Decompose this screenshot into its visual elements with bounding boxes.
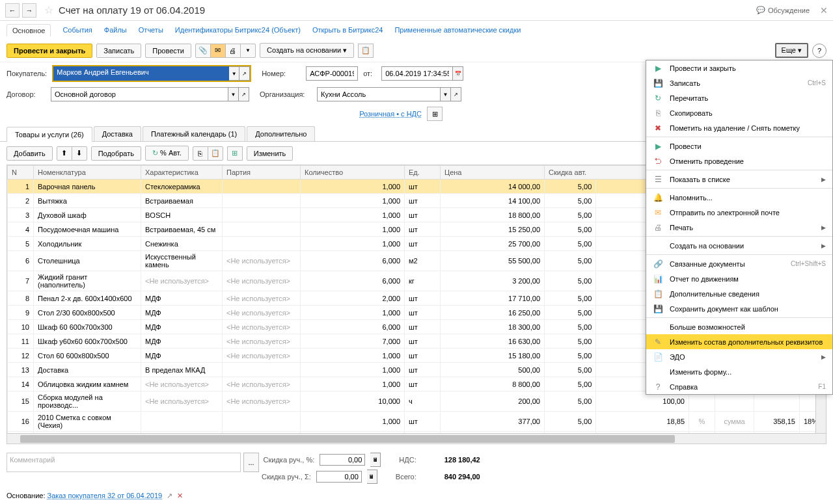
- help-button[interactable]: ?: [812, 44, 826, 58]
- menu-item[interactable]: 📄ЭДО▶: [646, 349, 832, 364]
- menu-item[interactable]: 💾Сохранить документ как шаблон: [646, 301, 832, 316]
- post-close-button[interactable]: Провести и закрыть: [7, 44, 92, 58]
- col-price[interactable]: Цена: [441, 166, 545, 179]
- link-reports[interactable]: Отчеты: [139, 26, 163, 34]
- menu-item[interactable]: ✉Отправить по электронной почте: [646, 205, 832, 220]
- col-char[interactable]: Характеристика: [141, 166, 223, 179]
- change-button[interactable]: Изменить: [247, 146, 294, 161]
- back-button[interactable]: ←: [5, 3, 20, 18]
- basis-clear-icon[interactable]: ✕: [177, 492, 183, 499]
- disc-pct-calc[interactable]: 🖩: [370, 453, 381, 467]
- mail-icon[interactable]: ✉: [210, 44, 226, 58]
- menu-item[interactable]: ↻Перечитать: [646, 90, 832, 105]
- copy-icon[interactable]: ⎘: [193, 146, 208, 161]
- more-button[interactable]: Еще ▾: [775, 43, 808, 58]
- template-icon[interactable]: 📋: [358, 44, 374, 58]
- menu-item[interactable]: ⎘Скопировать: [646, 105, 832, 120]
- link-files[interactable]: Файлы: [104, 26, 127, 34]
- menu-item[interactable]: ⮌Отменить проведение: [646, 153, 832, 168]
- paste-icon[interactable]: 📋: [208, 146, 223, 161]
- discuss-icon[interactable]: 💬: [756, 6, 765, 14]
- retail-link[interactable]: Розничная • с НДС: [359, 110, 422, 118]
- org-open[interactable]: ↗: [451, 87, 461, 101]
- number-field[interactable]: [306, 66, 358, 81]
- print-icon[interactable]: 🖨: [225, 44, 241, 58]
- attach-icon[interactable]: 📎: [195, 44, 211, 58]
- link-auto-disc[interactable]: Примененные автоматические скидки: [394, 26, 521, 34]
- more-menu: ▶Провести и закрыть💾ЗаписатьCtrl+S↻Переч…: [646, 60, 833, 395]
- menu-item[interactable]: 🔗Связанные документыCtrl+Shift+S: [646, 256, 832, 271]
- menu-item[interactable]: 🔔Напомнить...: [646, 190, 832, 205]
- date-picker-icon[interactable]: 📅: [453, 66, 463, 81]
- tab-payment[interactable]: Платежный календарь (1): [143, 126, 245, 141]
- move-up-icon[interactable]: ⬆: [57, 146, 72, 161]
- date-field[interactable]: [381, 66, 453, 81]
- menu-item[interactable]: ▶Провести и закрыть: [646, 60, 832, 75]
- contract-open[interactable]: ↗: [239, 87, 249, 101]
- menu-item[interactable]: ✖Пометить на удаление / Снять пометку: [646, 120, 832, 135]
- page-title: Счет на оплату 19 от 06.04.2019: [59, 5, 205, 16]
- menu-item[interactable]: ?СправкаF1: [646, 379, 832, 394]
- buyer-open[interactable]: ↗: [239, 66, 250, 81]
- basis-open-icon[interactable]: ↗: [167, 492, 172, 499]
- save-button[interactable]: Записать: [96, 44, 141, 58]
- vat-label: НДС:: [399, 456, 416, 464]
- menu-item[interactable]: 📋Дополнительные сведения: [646, 286, 832, 301]
- basis-label: Основание:: [7, 492, 45, 499]
- post-button[interactable]: Провести: [145, 44, 191, 58]
- disc-sum-label: Скидка руч., Σ:: [262, 473, 311, 481]
- menu-item[interactable]: 📊Отчет по движениям: [646, 271, 832, 286]
- link-bitrix-id[interactable]: Идентификаторы Битрикс24 (Объект): [175, 26, 301, 34]
- tab-goods[interactable]: Товары и услуги (26): [7, 127, 92, 142]
- grid-icon[interactable]: ⊞: [227, 146, 243, 161]
- contract-dd[interactable]: ▼: [228, 87, 239, 101]
- add-button[interactable]: Добавить: [7, 146, 53, 161]
- org-field[interactable]: [317, 87, 441, 101]
- link-bitrix-open[interactable]: Открыть в Битрикс24: [312, 26, 383, 34]
- tab-extra[interactable]: Дополнительно: [247, 126, 315, 141]
- print-dd[interactable]: ▼: [240, 44, 256, 58]
- star-icon[interactable]: ☆: [44, 4, 53, 16]
- tab-main[interactable]: Основное: [7, 24, 51, 36]
- col-qty[interactable]: Количество: [301, 166, 405, 179]
- menu-item[interactable]: ✎Изменить состав дополнительных реквизит…: [646, 334, 832, 349]
- hscrollbar[interactable]: [7, 433, 826, 444]
- forward-button[interactable]: →: [22, 3, 36, 18]
- vat-value: 128 180,42: [422, 456, 480, 464]
- retail-settings-icon[interactable]: ⊞: [427, 107, 443, 121]
- menu-item[interactable]: ▶Провести: [646, 139, 832, 153]
- comment-expand[interactable]: ...: [243, 453, 259, 472]
- comment-field[interactable]: Комментарий: [7, 453, 241, 472]
- menu-item[interactable]: 💾ЗаписатьCtrl+S: [646, 75, 832, 90]
- disc-sum-field[interactable]: [316, 471, 362, 483]
- pick-button[interactable]: Подобрать: [91, 146, 141, 161]
- buyer-dd[interactable]: ▼: [229, 66, 239, 81]
- menu-item[interactable]: Изменить форму...: [646, 364, 832, 379]
- col-n[interactable]: N: [8, 166, 34, 179]
- disc-pct-label: Скидка руч., %:: [264, 456, 315, 464]
- contract-field[interactable]: [51, 87, 228, 101]
- discuss-label[interactable]: Обсуждение: [768, 7, 810, 14]
- auto-disc-button[interactable]: ↻ % Авт.: [145, 146, 189, 161]
- buyer-field[interactable]: Марков Андрей Евгеньевич: [53, 66, 229, 81]
- link-events[interactable]: События: [62, 26, 92, 34]
- total-label: Всего:: [396, 473, 416, 481]
- menu-item[interactable]: ☰Показать в списке▶: [646, 172, 832, 187]
- disc-sum-calc[interactable]: 🖩: [367, 470, 377, 484]
- close-icon[interactable]: ✕: [820, 5, 828, 16]
- col-unit[interactable]: Ед.: [405, 166, 441, 179]
- number-label: Номер:: [262, 70, 301, 77]
- disc-pct-field[interactable]: [320, 454, 365, 466]
- col-nom[interactable]: Номенклатура: [34, 166, 141, 179]
- basis-link[interactable]: Заказ покупателя 32 от 06.04.2019: [48, 492, 163, 499]
- menu-item[interactable]: 🖨Печать▶: [646, 220, 832, 235]
- create-based-button[interactable]: Создать на основании ▾: [260, 43, 354, 58]
- menu-item[interactable]: Создать на основании▶: [646, 238, 832, 253]
- org-dd[interactable]: ▼: [441, 87, 451, 101]
- menu-item[interactable]: Больше возможностей: [646, 319, 832, 334]
- tab-delivery[interactable]: Доставка: [94, 126, 141, 141]
- move-down-icon[interactable]: ⬇: [72, 146, 87, 161]
- buyer-label: Покупатель:: [7, 70, 47, 77]
- table-row[interactable]: 162010 Сметка с совком (Чехия)1,000шт377…: [8, 412, 826, 432]
- col-party[interactable]: Партия: [223, 166, 301, 179]
